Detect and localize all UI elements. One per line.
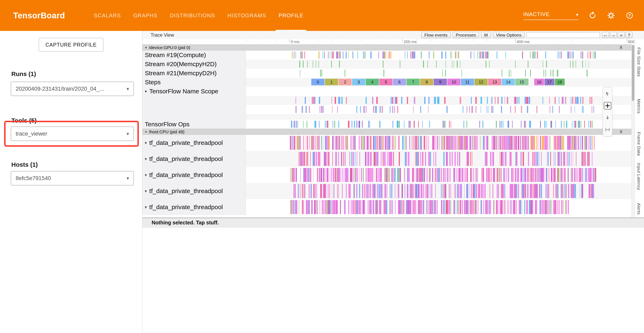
process-header-host-cpu-pid-49[interactable]: ▾/host:CPU (pid 49)X <box>142 129 635 135</box>
toolbar-nav-button[interactable]: ? <box>626 32 632 38</box>
row-expander-icon[interactable]: ▾ <box>145 140 147 145</box>
trace-track[interactable] <box>246 87 635 96</box>
refresh-icon[interactable] <box>588 11 597 20</box>
help-icon[interactable]: ? <box>625 11 634 20</box>
side-tab-alerts[interactable]: Alerts <box>636 203 641 215</box>
scrollbar-thumb[interactable] <box>632 45 634 101</box>
tab-graphs[interactable]: GRAPHS <box>127 0 164 31</box>
row-expander-icon[interactable]: ▾ <box>145 205 147 210</box>
trace-track[interactable] <box>246 151 635 167</box>
header-right: INACTIVE ▾ <box>523 0 634 31</box>
step-slice-11[interactable]: 11 <box>461 79 474 85</box>
sidebar: CAPTURE PROFILE Runs (1) 20200409-231431… <box>0 31 142 333</box>
toolbar-button-view-options[interactable]: View Options <box>493 32 524 38</box>
toolbar-button-flow-events[interactable]: Flow events <box>421 32 450 38</box>
select-tool-icon[interactable] <box>604 90 611 98</box>
row-expander-icon[interactable]: ▾ <box>145 156 147 161</box>
trace-track[interactable] <box>246 60 635 68</box>
step-slice-15[interactable]: 15 <box>515 79 528 85</box>
row-expander-icon[interactable]: ▾ <box>145 89 147 94</box>
step-slice-8[interactable]: 8 <box>420 79 433 85</box>
zoom-tool-icon[interactable] <box>604 102 611 110</box>
tools-dropdown[interactable]: trace_viewer ▾ <box>11 126 134 141</box>
ruler-label: 400 ms <box>517 40 530 44</box>
row-label: ▾tf_data_private_threadpool <box>142 167 246 183</box>
svg-text:?: ? <box>628 14 631 18</box>
toolbar-nav-button[interactable]: → <box>610 32 617 38</box>
step-slice-16[interactable]: 16 <box>534 79 544 85</box>
step-slice-12[interactable]: 12 <box>474 79 488 85</box>
timing-tool-icon[interactable] <box>604 126 611 133</box>
tab-histograms[interactable]: HISTOGRAMS <box>221 0 272 31</box>
vertical-scrollbar[interactable] <box>632 44 634 218</box>
trace-track[interactable] <box>246 114 635 120</box>
side-tab-input-latency[interactable]: Input Latency <box>636 163 641 190</box>
section-expander-icon[interactable]: ▾ <box>145 130 147 134</box>
trace-track[interactable] <box>246 167 635 183</box>
trace-track[interactable] <box>246 96 635 105</box>
trace-track[interactable] <box>246 105 635 114</box>
ruler-label: 0 ms <box>291 40 299 44</box>
process-header-device-gpu-0-pid-0[interactable]: ▾/device:GPU:0 (pid 0)X <box>142 44 635 50</box>
trace-row <box>142 105 635 114</box>
pan-tool-icon[interactable] <box>604 114 611 121</box>
row-label-text: TensorFlow Name Scope <box>149 88 218 95</box>
tab-profile[interactable]: PROFILE <box>272 0 310 31</box>
row-label <box>142 105 246 114</box>
chevron-down-icon: ▾ <box>126 86 129 92</box>
tab-scalars[interactable]: SCALARS <box>88 0 127 31</box>
trace-search-input[interactable] <box>526 32 600 38</box>
trace-row <box>142 114 635 120</box>
trace-track[interactable] <box>246 120 635 129</box>
toolbar-button-processes[interactable]: Processes <box>452 32 479 38</box>
side-tab-frame-data[interactable]: Frame Data <box>636 132 641 156</box>
trace-track[interactable] <box>246 183 635 199</box>
chevron-down-icon: ▾ <box>126 176 129 181</box>
step-slice-10[interactable]: 10 <box>447 79 460 85</box>
step-slice-4[interactable]: 4 <box>366 79 379 85</box>
settings-gear-icon[interactable] <box>606 11 616 20</box>
step-slice-2[interactable]: 2 <box>338 79 352 85</box>
side-tabs-strip: File Size StatsMetricsFrame DataInput La… <box>634 39 644 218</box>
step-slice-6[interactable]: 6 <box>393 79 406 85</box>
side-tab-metrics[interactable]: Metrics <box>636 99 641 114</box>
step-slice-14[interactable]: 14 <box>502 79 515 85</box>
step-slice-1[interactable]: 1 <box>325 79 338 85</box>
step-slice-18[interactable]: 18 <box>555 79 565 85</box>
trace-marks-canvas <box>246 200 635 214</box>
step-slice-3[interactable]: 3 <box>352 79 365 85</box>
capture-profile-button[interactable]: CAPTURE PROFILE <box>39 38 104 52</box>
row-label-text: tf_data_private_threadpool <box>149 139 223 146</box>
step-slice-17[interactable]: 17 <box>544 79 554 85</box>
section-expander-icon[interactable]: ▾ <box>145 46 147 50</box>
trace-track[interactable] <box>246 68 635 78</box>
hosts-dropdown[interactable]: 8efc5e791540 ▾ <box>11 171 134 186</box>
hosts-heading: Hosts (1) <box>11 161 38 168</box>
step-slice-7[interactable]: 7 <box>406 79 420 85</box>
step-slice-5[interactable]: 5 <box>379 79 392 85</box>
detail-panel <box>142 228 644 333</box>
trace-track[interactable] <box>246 199 635 215</box>
toolbar-button-m[interactable]: M <box>481 32 491 38</box>
step-slice-0[interactable]: 0 <box>311 79 324 85</box>
runs-heading: Runs (1) <box>11 70 36 78</box>
status-dropdown[interactable]: INACTIVE ▾ <box>523 11 578 20</box>
toolbar-nav-button[interactable]: ← <box>602 32 609 38</box>
runs-dropdown[interactable]: 20200409-231431/train/2020_04_... ▾ <box>11 82 134 96</box>
row-expander-icon[interactable]: ▾ <box>145 189 147 194</box>
trace-row: TensorFlow Ops <box>142 120 635 129</box>
step-slice-9[interactable]: 9 <box>434 79 447 85</box>
step-slice-13[interactable]: 13 <box>488 79 501 85</box>
ruler-label: 600 <box>628 40 635 44</box>
ruler-track[interactable]: 0 ms200 ms400 ms600 <box>246 39 635 44</box>
trace-track[interactable] <box>246 50 635 60</box>
trace-row: Stream #21(MemcpyD2H) <box>142 68 635 78</box>
tab-distributions[interactable]: DISTRIBUTIONS <box>164 0 221 31</box>
close-icon[interactable]: X <box>620 45 622 50</box>
close-icon[interactable]: X <box>620 130 622 134</box>
trace-track[interactable]: 0123456789101112131415161718 <box>246 78 635 87</box>
side-tab-file-size-stats[interactable]: File Size Stats <box>636 48 641 77</box>
trace-track[interactable] <box>246 135 635 151</box>
row-expander-icon[interactable]: ▾ <box>145 173 147 178</box>
toolbar-nav-button[interactable]: » <box>618 32 625 38</box>
